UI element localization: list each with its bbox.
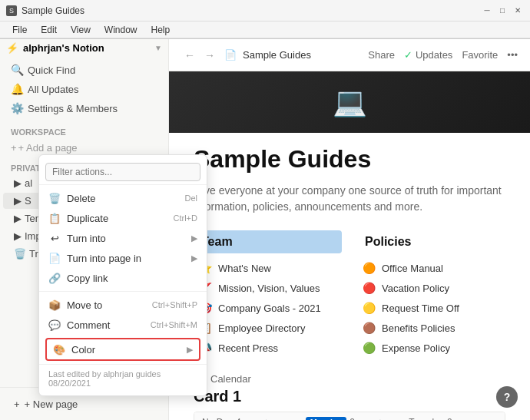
- monday-add-button[interactable]: +: [377, 416, 383, 420]
- link-icon: 🔗: [48, 272, 61, 284]
- tuesday-count: 0: [447, 417, 452, 420]
- team-item-mission[interactable]: 🚩 Mission, Vision, Values: [194, 278, 342, 298]
- tuesday-label: Tuesday: [409, 417, 444, 420]
- sidebar-quick-find[interactable]: 🔍 Quick Find: [3, 61, 165, 79]
- new-page-plus-icon: +: [14, 399, 20, 410]
- ctx-delete[interactable]: 🗑️ Delete Del: [39, 188, 207, 208]
- ctx-turn-into-label: Turn into: [67, 233, 106, 244]
- ctx-move-to[interactable]: 📦 Move to Ctrl+Shift+P: [39, 295, 207, 315]
- page-type-icon: 📄: [224, 49, 237, 61]
- context-search-input[interactable]: [45, 163, 200, 181]
- policy-item-benefits[interactable]: 🟤 Benefits Policies: [357, 318, 505, 338]
- comment-icon: 💬: [48, 319, 61, 331]
- ctx-delete-label: Delete: [67, 193, 96, 204]
- workspace-selector[interactable]: ⚡ alphrjan's Notion ▼: [0, 39, 168, 57]
- ctx-turn-into-page-arrow: ▶: [191, 253, 197, 263]
- laptop-icon: 💻: [333, 86, 367, 118]
- menu-file[interactable]: File: [6, 23, 33, 37]
- menu-view[interactable]: View: [65, 23, 97, 37]
- sidebar-all-updates[interactable]: 🔔 All Updates: [3, 80, 165, 98]
- ctx-copy-link[interactable]: 🔗 Copy link: [39, 268, 207, 288]
- sidebar-settings-label: Settings & Members: [28, 103, 118, 114]
- cal-col-monday: Monday 0 ••• +: [298, 412, 402, 420]
- help-button[interactable]: ?: [496, 386, 518, 408]
- search-icon: 🔍: [11, 64, 23, 76]
- window-title: Sample Guides: [22, 5, 84, 16]
- team-item-goals[interactable]: 🎯 Company Goals - 2021: [194, 298, 342, 318]
- cal-col-noday: No Day 4 ••• +: [194, 412, 298, 420]
- menu-help[interactable]: Help: [145, 23, 177, 37]
- more-options-button[interactable]: •••: [507, 49, 518, 61]
- cal-col-tuesday: Tuesday 0: [401, 412, 505, 420]
- ctx-duplicate[interactable]: 📋 Duplicate Ctrl+D: [39, 208, 207, 228]
- workspace-name: alphrjan's Notion: [23, 42, 104, 54]
- team-item-whats-new[interactable]: ⭐ What's New: [194, 258, 342, 278]
- minimize-button[interactable]: ─: [481, 5, 493, 17]
- menu-edit[interactable]: Edit: [35, 23, 63, 37]
- updates-label: Updates: [416, 49, 452, 61]
- team-section: Team ⭐ What's New 🚩 Mission, Vision, Val…: [194, 230, 342, 358]
- ctx-duplicate-shortcut: Ctrl+D: [174, 213, 197, 223]
- color-icon: 🎨: [53, 343, 65, 356]
- ctx-color-arrow: ▶: [187, 345, 193, 355]
- policy-item-expense[interactable]: 🟢 Expense Policy: [357, 338, 505, 358]
- workspace-icon: ⚡: [6, 42, 18, 54]
- sidebar-item-al-label: al: [25, 177, 32, 189]
- ctx-delete-shortcut: Del: [184, 193, 197, 203]
- ctx-turn-into[interactable]: ↩ Turn into ▶: [39, 228, 207, 248]
- team-item-press[interactable]: 📣 Recent Press: [194, 338, 342, 358]
- back-button[interactable]: ←: [181, 48, 198, 63]
- policy-item-vacation[interactable]: 🔴 Vacation Policy: [357, 278, 505, 298]
- noday-count: 4: [236, 417, 241, 420]
- forward-button[interactable]: →: [201, 48, 218, 63]
- monday-count: 0: [349, 417, 355, 420]
- policy-item-vacation-label: Vacation Policy: [382, 283, 449, 294]
- favorite-button[interactable]: Favorite: [462, 49, 498, 61]
- ctx-comment-shortcut: Ctrl+Shift+M: [151, 320, 197, 329]
- ctx-comment[interactable]: 💬 Comment Ctrl+Shift+M: [39, 315, 207, 335]
- page-banner: 💻: [169, 71, 530, 133]
- policy-item-office[interactable]: 🟠 Office Manual: [357, 258, 505, 278]
- policies-section: Policies 🟠 Office Manual 🔴 Vacation Poli…: [357, 230, 505, 358]
- policy-item-benefits-label: Benefits Policies: [382, 322, 455, 334]
- maximize-button[interactable]: □: [496, 5, 508, 17]
- updates-button[interactable]: ✓ Updates: [404, 49, 452, 61]
- sidebar-settings[interactable]: ⚙️ Settings & Members: [3, 99, 165, 117]
- menu-window[interactable]: Window: [98, 23, 144, 37]
- team-item-mission-label: Mission, Vision, Values: [218, 283, 320, 294]
- context-menu-search-area[interactable]: [39, 160, 207, 185]
- ctx-comment-label: Comment: [67, 319, 110, 331]
- noday-more-button[interactable]: •••: [246, 415, 259, 420]
- ctx-turn-into-page-label: Turn into page in: [67, 253, 141, 264]
- ctx-move-shortcut: Ctrl+Shift+P: [152, 300, 197, 309]
- policy-item-timeoff-label: Request Time Off: [382, 303, 459, 314]
- monday-badge: Monday: [306, 417, 347, 420]
- window-controls[interactable]: ─ □ ✕: [481, 5, 524, 17]
- monday-more-button[interactable]: •••: [359, 415, 373, 420]
- ctx-turn-into-page[interactable]: 📄 Turn into page in ▶: [39, 248, 207, 268]
- page-icon-impo: ▶: [14, 230, 22, 242]
- move-icon: 📦: [48, 299, 61, 311]
- expense-icon: 🟢: [362, 341, 376, 355]
- close-button[interactable]: ✕: [512, 5, 524, 17]
- team-item-goals-label: Company Goals - 2021: [218, 303, 321, 314]
- updates-icon: 🔔: [11, 83, 23, 95]
- menu-bar: File Edit View Window Help: [0, 21, 530, 38]
- sections-grid: Team ⭐ What's New 🚩 Mission, Vision, Val…: [194, 230, 505, 358]
- breadcrumb-title: Sample Guides: [243, 49, 311, 61]
- team-item-directory[interactable]: 📋 Employee Directory: [194, 318, 342, 338]
- toolbar-right: Share ✓ Updates Favorite •••: [368, 49, 518, 61]
- new-page-button[interactable]: + + New page: [8, 394, 161, 415]
- office-icon: 🟠: [362, 261, 376, 275]
- context-menu: 🗑️ Delete Del 📋 Duplicate Ctrl+D ↩ Turn …: [38, 154, 207, 396]
- noday-add-button[interactable]: +: [263, 416, 270, 420]
- policies-section-list: 🟠 Office Manual 🔴 Vacation Policy 🟡 Requ…: [357, 258, 505, 358]
- policy-item-timeoff[interactable]: 🟡 Request Time Off: [357, 298, 505, 318]
- ctx-color[interactable]: 🎨 Color ▶: [45, 338, 200, 361]
- page-icon-temp: ▶: [14, 213, 22, 224]
- settings-icon: ⚙️: [11, 102, 23, 114]
- share-button[interactable]: Share: [368, 49, 395, 61]
- add-page-label: + Add a page: [18, 142, 78, 154]
- team-item-directory-label: Employee Directory: [218, 322, 305, 334]
- ctx-duplicate-label: Duplicate: [67, 213, 108, 224]
